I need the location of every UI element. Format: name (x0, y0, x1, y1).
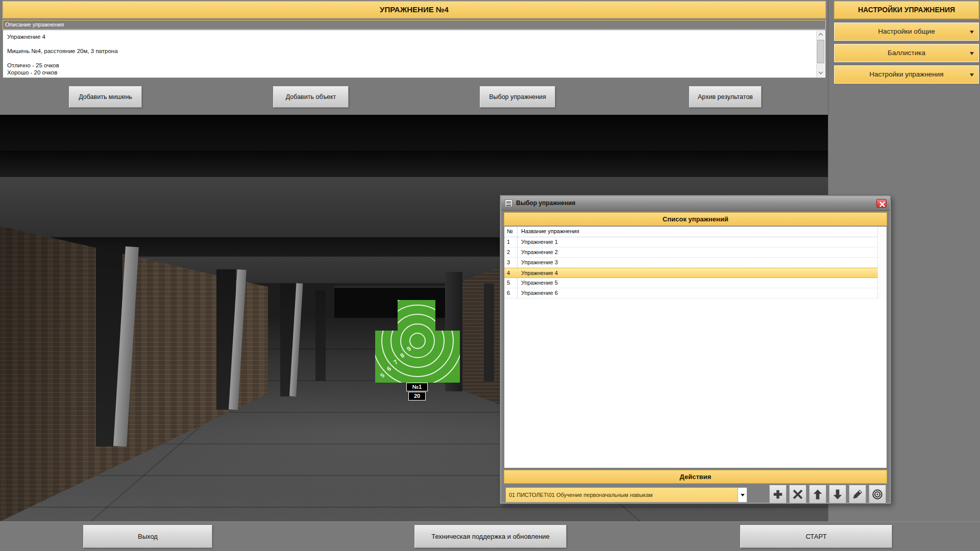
row-num: 3 (504, 258, 518, 267)
column-header-num: № (504, 227, 518, 237)
delete-button[interactable] (789, 485, 806, 504)
description-textarea[interactable]: Упражнение 4 Мишень №4, расстояние 20м, … (3, 30, 826, 78)
close-icon[interactable] (876, 199, 887, 208)
row-num: 6 (504, 288, 518, 298)
support-button[interactable]: Техническая поддержка и обновление (414, 525, 567, 548)
exercise-list: № Название упражнения 1 Упражнение 1 2 У… (504, 226, 887, 468)
sidebar-item-ballistics[interactable]: Баллистика (834, 44, 979, 62)
list-item[interactable]: 6 Упражнение 6 (504, 288, 877, 298)
move-down-button[interactable] (829, 485, 846, 504)
arrow-up-icon (812, 489, 823, 500)
row-num: 5 (504, 278, 518, 288)
sidebar-item-exercise-settings[interactable]: Настройки упражнения (834, 65, 979, 84)
action-buttons (769, 485, 886, 504)
description-line (7, 55, 825, 62)
add-target-button[interactable]: Добавить мишень (69, 86, 142, 108)
bullseye-icon (872, 489, 883, 500)
dialog-title: Выбор упражнения (516, 196, 575, 210)
app-window: УПРАЖНЕНИЕ №4 Описание упражнения Упражн… (0, 0, 980, 551)
delete-icon (792, 489, 803, 500)
sidebar-item-general-settings[interactable]: Настройки общие (834, 22, 979, 41)
description-line: Хорошо - 20 очков (7, 69, 825, 76)
description-line: Мишень №4, расстояние 20м, 3 патрона (7, 47, 825, 55)
start-button[interactable]: СТАРТ (740, 525, 892, 548)
dialog-titlebar[interactable]: Выбор упражнения (501, 196, 890, 211)
list-item[interactable]: 2 Упражнение 2 (504, 247, 877, 258)
select-exercise-button[interactable]: Выбор упражнения (480, 86, 555, 108)
row-name: Упражнение 3 (518, 258, 877, 267)
scene-ceiling-dark (0, 115, 828, 152)
ceiling-beam (0, 151, 828, 177)
row-name: Упражнение 5 (518, 278, 877, 288)
dialog-list-icon (505, 199, 512, 207)
exit-button[interactable]: Выход (83, 525, 212, 548)
move-up-button[interactable] (809, 485, 826, 504)
target-graphic: 9 8 7 6 5 (375, 300, 460, 383)
target-button[interactable] (869, 485, 886, 504)
results-archive-button[interactable]: Архив результатов (689, 86, 762, 108)
row-num: 1 (504, 237, 518, 247)
description-line: Отлично - 25 очков (7, 62, 825, 69)
scroll-down-icon[interactable] (817, 69, 825, 77)
sidebar-item-label: Настройки упражнения (869, 70, 943, 78)
description-line (7, 40, 825, 47)
row-name: Упражнение 6 (518, 288, 877, 298)
footer-bar: Выход Техническая поддержка и обновление… (0, 521, 980, 551)
list-scroll-gutter[interactable] (877, 227, 887, 299)
chevron-down-icon (970, 52, 974, 55)
add-object-button[interactable]: Добавить объект (273, 86, 349, 108)
wall-pillar (315, 290, 326, 381)
chevron-down-icon (970, 73, 974, 77)
sidebar-item-label: Настройки общие (878, 28, 935, 35)
chevron-down-icon (970, 31, 974, 34)
row-num: 4 (504, 268, 518, 278)
target-silhouette[interactable]: 9 8 7 6 5 (375, 300, 460, 383)
dropdown-value: 01 ПИСТОЛЕТ\01 Обучение первоначальным н… (509, 488, 737, 502)
dropdown-arrow[interactable] (738, 488, 747, 502)
row-name: Упражнение 4 (518, 268, 877, 278)
column-header-name: Название упражнения (518, 227, 877, 237)
list-column-header: № Название упражнения (504, 227, 877, 237)
list-item[interactable]: 1 Упражнение 1 (504, 237, 877, 247)
pencil-icon (852, 489, 863, 500)
description-scrollbar[interactable] (816, 31, 825, 77)
category-dropdown[interactable]: 01 ПИСТОЛЕТ\01 Обучение первоначальным н… (505, 487, 747, 503)
scroll-up-icon[interactable] (817, 31, 825, 39)
add-icon (772, 489, 783, 500)
actions-header: Действия (504, 470, 887, 484)
sidebar-title: НАСТРОЙКИ УПРАЖНЕНИЯ (834, 1, 979, 19)
list-item-selected[interactable]: 4 Упражнение 4 (504, 268, 877, 278)
row-name: Упражнение 2 (518, 247, 877, 257)
target-number-badge: №1 (406, 383, 428, 391)
sidebar-item-label: Баллистика (888, 49, 925, 57)
row-num: 2 (504, 247, 518, 257)
description-label: Описание упражнения (3, 20, 826, 30)
add-button[interactable] (769, 485, 787, 504)
description-line: Упражнение 4 (7, 33, 825, 40)
wall-pillar-right (484, 284, 494, 382)
list-item[interactable]: 5 Упражнение 5 (504, 278, 877, 288)
edit-button[interactable] (849, 485, 866, 504)
target-distance-badge: 20 (408, 392, 426, 400)
chevron-down-icon (741, 494, 745, 496)
page-title: УПРАЖНЕНИЕ №4 (3, 1, 826, 18)
row-name: Упражнение 1 (518, 237, 877, 247)
scrollbar-thumb[interactable] (817, 40, 824, 63)
exercise-select-dialog: Выбор упражнения Список упражнений № Наз… (500, 195, 891, 504)
list-header: Список упражнений (504, 212, 887, 226)
list-item[interactable]: 3 Упражнение 3 (504, 258, 877, 268)
arrow-down-icon (832, 489, 843, 500)
